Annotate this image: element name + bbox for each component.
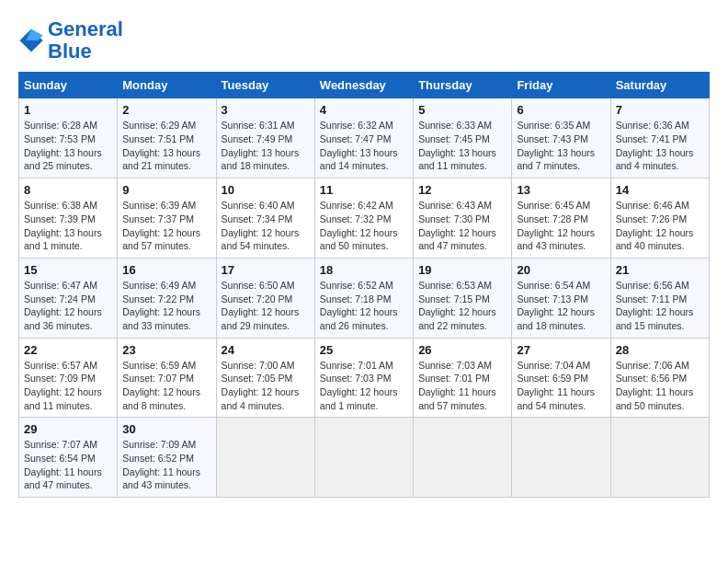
day-info: Sunrise: 6:29 AMSunset: 7:51 PMDaylight:… [122,119,210,173]
calendar-cell [512,418,610,498]
day-info: Sunrise: 6:39 AMSunset: 7:37 PMDaylight:… [122,199,210,253]
day-info: Sunrise: 6:45 AMSunset: 7:28 PMDaylight:… [517,199,605,253]
day-info: Sunrise: 7:07 AMSunset: 6:54 PMDaylight:… [24,438,112,492]
calendar-header: SundayMondayTuesdayWednesdayThursdayFrid… [19,73,710,98]
day-info: Sunrise: 6:36 AMSunset: 7:41 PMDaylight:… [616,119,704,173]
calendar-cell: 26 Sunrise: 7:03 AMSunset: 7:01 PMDaylig… [414,338,512,418]
dow-header-friday: Friday [512,73,610,98]
day-number: 11 [320,183,408,197]
day-info: Sunrise: 6:42 AMSunset: 7:32 PMDaylight:… [320,199,408,253]
dow-header-sunday: Sunday [19,73,118,98]
calendar-week-2: 8 Sunrise: 6:38 AMSunset: 7:39 PMDayligh… [19,178,710,259]
day-number: 27 [517,343,605,357]
day-number: 26 [418,343,506,357]
day-info: Sunrise: 6:56 AMSunset: 7:11 PMDaylight:… [616,279,704,333]
calendar-cell: 11 Sunrise: 6:42 AMSunset: 7:32 PMDaylig… [314,178,413,259]
calendar-week-4: 22 Sunrise: 6:57 AMSunset: 7:09 PMDaylig… [19,338,710,418]
logo: GeneralBlue [18,18,123,63]
day-number: 23 [122,343,210,357]
calendar-cell: 4 Sunrise: 6:32 AMSunset: 7:47 PMDayligh… [314,98,413,178]
day-number: 3 [222,103,310,117]
day-number: 1 [24,103,112,117]
logo-icon [18,28,44,53]
day-info: Sunrise: 6:46 AMSunset: 7:26 PMDaylight:… [616,199,704,253]
dow-header-thursday: Thursday [414,73,512,98]
logo-text: GeneralBlue [48,18,123,63]
day-info: Sunrise: 6:33 AMSunset: 7:45 PMDaylight:… [418,119,506,173]
day-number: 6 [517,103,605,117]
day-number: 4 [320,103,408,117]
day-number: 10 [222,183,310,197]
calendar-cell: 1 Sunrise: 6:28 AMSunset: 7:53 PMDayligh… [19,98,118,178]
calendar-cell: 8 Sunrise: 6:38 AMSunset: 7:39 PMDayligh… [19,178,118,259]
dow-header-saturday: Saturday [610,73,709,98]
calendar-cell: 16 Sunrise: 6:49 AMSunset: 7:22 PMDaylig… [118,258,216,338]
day-info: Sunrise: 6:49 AMSunset: 7:22 PMDaylight:… [122,279,210,333]
calendar-cell: 28 Sunrise: 7:06 AMSunset: 6:56 PMDaylig… [610,338,709,418]
calendar-cell [314,418,413,498]
calendar-cell: 25 Sunrise: 7:01 AMSunset: 7:03 PMDaylig… [314,338,413,418]
day-info: Sunrise: 6:40 AMSunset: 7:34 PMDaylight:… [222,199,310,253]
calendar-cell: 30 Sunrise: 7:09 AMSunset: 6:52 PMDaylig… [118,418,216,498]
day-info: Sunrise: 6:53 AMSunset: 7:15 PMDaylight:… [418,279,506,333]
day-info: Sunrise: 7:03 AMSunset: 7:01 PMDaylight:… [418,359,506,413]
day-number: 24 [222,343,310,357]
day-info: Sunrise: 6:35 AMSunset: 7:43 PMDaylight:… [517,119,605,173]
calendar-week-5: 29 Sunrise: 7:07 AMSunset: 6:54 PMDaylig… [19,418,710,498]
calendar-cell: 12 Sunrise: 6:43 AMSunset: 7:30 PMDaylig… [414,178,512,259]
day-number: 16 [122,263,210,277]
day-number: 22 [24,343,112,357]
day-info: Sunrise: 6:31 AMSunset: 7:49 PMDaylight:… [222,119,310,173]
day-info: Sunrise: 7:06 AMSunset: 6:56 PMDaylight:… [616,359,704,413]
calendar-cell: 5 Sunrise: 6:33 AMSunset: 7:45 PMDayligh… [414,98,512,178]
day-number: 18 [320,263,408,277]
day-info: Sunrise: 6:57 AMSunset: 7:09 PMDaylight:… [24,359,112,413]
calendar-cell: 22 Sunrise: 6:57 AMSunset: 7:09 PMDaylig… [19,338,118,418]
day-number: 29 [24,422,112,436]
calendar-cell: 21 Sunrise: 6:56 AMSunset: 7:11 PMDaylig… [610,258,709,338]
day-info: Sunrise: 7:04 AMSunset: 6:59 PMDaylight:… [517,359,605,413]
day-info: Sunrise: 6:54 AMSunset: 7:13 PMDaylight:… [517,279,605,333]
day-number: 25 [320,343,408,357]
day-number: 21 [616,263,704,277]
calendar-cell: 17 Sunrise: 6:50 AMSunset: 7:20 PMDaylig… [216,258,314,338]
day-info: Sunrise: 6:32 AMSunset: 7:47 PMDaylight:… [320,119,408,173]
calendar-cell: 18 Sunrise: 6:52 AMSunset: 7:18 PMDaylig… [314,258,413,338]
calendar-cell: 6 Sunrise: 6:35 AMSunset: 7:43 PMDayligh… [512,98,610,178]
calendar-cell [216,418,314,498]
dow-header-monday: Monday [118,73,216,98]
calendar-week-3: 15 Sunrise: 6:47 AMSunset: 7:24 PMDaylig… [19,258,710,338]
day-info: Sunrise: 6:38 AMSunset: 7:39 PMDaylight:… [24,199,112,253]
calendar-cell: 13 Sunrise: 6:45 AMSunset: 7:28 PMDaylig… [512,178,610,259]
day-info: Sunrise: 6:47 AMSunset: 7:24 PMDaylight:… [24,279,112,333]
day-number: 14 [616,183,704,197]
calendar-cell: 19 Sunrise: 6:53 AMSunset: 7:15 PMDaylig… [414,258,512,338]
day-number: 20 [517,263,605,277]
calendar-cell: 9 Sunrise: 6:39 AMSunset: 7:37 PMDayligh… [118,178,216,259]
day-info: Sunrise: 6:59 AMSunset: 7:07 PMDaylight:… [122,359,210,413]
day-number: 9 [122,183,210,197]
day-number: 30 [122,422,210,436]
calendar-cell [414,418,512,498]
day-info: Sunrise: 6:43 AMSunset: 7:30 PMDaylight:… [418,199,506,253]
day-number: 5 [418,103,506,117]
day-info: Sunrise: 6:28 AMSunset: 7:53 PMDaylight:… [24,119,112,173]
day-info: Sunrise: 6:50 AMSunset: 7:20 PMDaylight:… [222,279,310,333]
calendar-cell: 7 Sunrise: 6:36 AMSunset: 7:41 PMDayligh… [610,98,709,178]
day-number: 7 [616,103,704,117]
calendar-cell: 27 Sunrise: 7:04 AMSunset: 6:59 PMDaylig… [512,338,610,418]
day-number: 8 [24,183,112,197]
calendar-cell: 20 Sunrise: 6:54 AMSunset: 7:13 PMDaylig… [512,258,610,338]
day-number: 17 [222,263,310,277]
day-info: Sunrise: 7:09 AMSunset: 6:52 PMDaylight:… [122,438,210,492]
calendar-cell: 3 Sunrise: 6:31 AMSunset: 7:49 PMDayligh… [216,98,314,178]
day-number: 15 [24,263,112,277]
page-header: GeneralBlue [18,18,710,63]
dow-header-tuesday: Tuesday [216,73,314,98]
calendar-cell: 24 Sunrise: 7:00 AMSunset: 7:05 PMDaylig… [216,338,314,418]
dow-header-wednesday: Wednesday [314,73,413,98]
calendar-cell: 29 Sunrise: 7:07 AMSunset: 6:54 PMDaylig… [19,418,118,498]
day-number: 13 [517,183,605,197]
day-info: Sunrise: 7:00 AMSunset: 7:05 PMDaylight:… [222,359,310,413]
calendar-cell: 15 Sunrise: 6:47 AMSunset: 7:24 PMDaylig… [19,258,118,338]
